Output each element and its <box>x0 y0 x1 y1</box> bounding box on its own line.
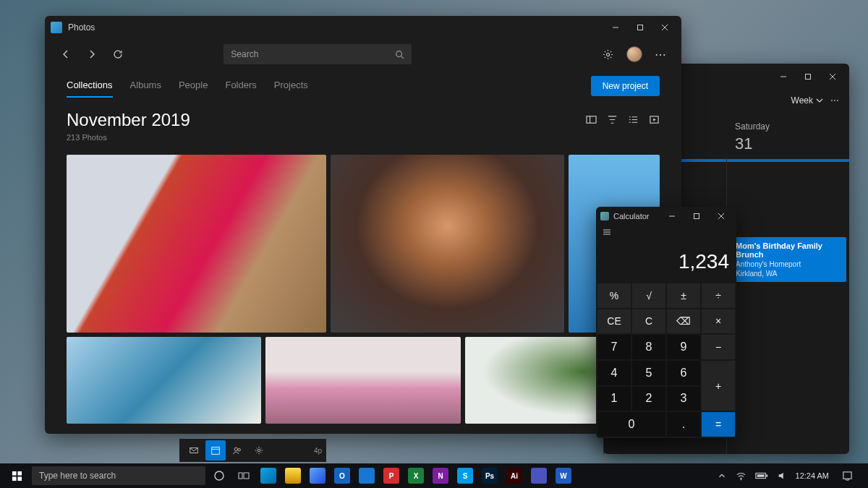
task-view-icon[interactable] <box>233 465 255 487</box>
taskbar-app-teams[interactable] <box>528 465 550 487</box>
tray-chevron-icon[interactable] <box>717 471 727 481</box>
calendar-minimize-button[interactable] <box>773 67 794 87</box>
calc-key-6[interactable]: 6 <box>667 361 700 385</box>
cortana-icon[interactable] <box>208 465 230 487</box>
refresh-button[interactable] <box>107 43 129 65</box>
svg-point-28 <box>215 471 224 480</box>
calc-key-5[interactable]: 5 <box>632 361 665 385</box>
volume-icon[interactable] <box>777 471 787 481</box>
photos-app-icon <box>51 22 62 33</box>
calculator-menu-button[interactable] <box>596 226 736 241</box>
calculator-maximize-button[interactable] <box>686 206 707 226</box>
taskbar-app-onenote[interactable]: N <box>430 465 451 487</box>
calc-key-9[interactable]: 9 <box>667 335 700 359</box>
photos-maximize-button[interactable] <box>629 17 651 38</box>
calc-key-percent[interactable]: % <box>597 283 631 308</box>
tab-albums[interactable]: Albums <box>130 80 161 93</box>
taskbar-app-illustrator[interactable]: Ai <box>503 465 525 487</box>
svg-rect-15 <box>212 448 220 455</box>
calc-key-plus[interactable]: + <box>702 361 735 411</box>
taskbar-app-calendar[interactable] <box>356 465 378 487</box>
calendar-day-date: 31 <box>735 134 841 153</box>
taskbar-app-explorer[interactable] <box>282 465 304 487</box>
taskbar-app-edge[interactable] <box>258 465 279 487</box>
search-icon <box>395 50 404 59</box>
photos-title: Photos <box>68 22 95 33</box>
calc-key-plusminus[interactable]: ± <box>667 283 700 308</box>
taskbar-clock[interactable]: 12:24 AM <box>796 471 829 480</box>
calendar-view-selector[interactable]: Week <box>791 95 823 106</box>
calendar-mini-toolbar: 4p <box>179 439 326 462</box>
calculator-close-button[interactable] <box>710 206 732 226</box>
calendar-maximize-button[interactable] <box>797 67 819 87</box>
taskbar-app-word[interactable]: W <box>553 465 574 487</box>
calc-key-0[interactable]: 0 <box>597 412 665 437</box>
taskbar-app-skype[interactable]: S <box>454 465 476 487</box>
filter-icon[interactable] <box>607 114 618 125</box>
search-box[interactable]: Search <box>224 44 412 64</box>
calendar-day-name: Saturday <box>735 121 841 132</box>
notifications-button[interactable] <box>838 466 856 485</box>
new-project-button[interactable]: New project <box>591 76 660 96</box>
calc-key-4[interactable]: 4 <box>597 361 631 385</box>
svg-point-19 <box>258 449 260 452</box>
list-icon[interactable] <box>628 114 639 125</box>
mail-icon[interactable] <box>184 440 204 461</box>
photo-thumbnail[interactable] <box>67 155 326 333</box>
svg-rect-11 <box>587 116 596 123</box>
calc-key-ce[interactable]: CE <box>597 309 631 334</box>
tab-people[interactable]: People <box>179 80 208 93</box>
calculator-minimize-button[interactable] <box>661 206 683 226</box>
calc-key-multiply[interactable]: × <box>702 309 735 334</box>
taskbar-search[interactable]: Type here to search <box>32 466 205 485</box>
forward-button[interactable] <box>81 43 103 65</box>
photo-thumbnail[interactable] <box>265 337 460 424</box>
photo-thumbnail[interactable] <box>331 155 564 333</box>
calendar-icon[interactable] <box>205 440 226 461</box>
calc-key-2[interactable]: 2 <box>632 387 665 411</box>
calc-key-1[interactable]: 1 <box>597 387 631 411</box>
calc-key-backspace[interactable]: ⌫ <box>667 309 700 334</box>
taskbar-app-outlook[interactable]: O <box>331 465 353 487</box>
calc-key-c[interactable]: C <box>632 309 665 334</box>
aspect-icon[interactable] <box>586 114 597 125</box>
calc-key-decimal[interactable]: . <box>667 412 700 437</box>
tab-folders[interactable]: Folders <box>225 80 256 93</box>
taskbar-app-excel[interactable]: X <box>405 465 427 487</box>
user-avatar[interactable] <box>626 46 642 62</box>
calc-key-7[interactable]: 7 <box>597 335 631 359</box>
calc-key-minus[interactable]: − <box>702 335 735 359</box>
back-button[interactable] <box>55 43 77 65</box>
photo-gallery <box>45 142 681 434</box>
calendar-column-saturday[interactable]: Mom's Birthday Family Brunch Anthony's H… <box>726 158 849 454</box>
people-icon[interactable] <box>227 440 247 461</box>
photo-thumbnail[interactable] <box>67 337 261 424</box>
wifi-icon[interactable] <box>736 471 746 481</box>
calendar-more-button[interactable]: ⋯ <box>830 95 839 106</box>
more-button[interactable]: ⋯ <box>650 43 671 65</box>
settings-icon[interactable] <box>249 440 269 461</box>
photos-tabs: Collections Albums People Folders Projec… <box>45 69 681 103</box>
calendar-event[interactable]: Mom's Birthday Family Brunch Anthony's H… <box>730 237 846 282</box>
photos-minimize-button[interactable] <box>605 17 626 38</box>
slideshow-icon[interactable] <box>649 114 660 125</box>
calc-key-divide[interactable]: ÷ <box>702 283 735 308</box>
calc-key-sqrt[interactable]: √ <box>632 283 665 308</box>
calc-key-3[interactable]: 3 <box>667 387 700 411</box>
svg-point-18 <box>238 448 241 451</box>
calendar-view-label: Week <box>791 95 813 106</box>
tab-projects[interactable]: Projects <box>274 80 308 93</box>
taskbar-app-store[interactable] <box>307 465 328 487</box>
svg-point-31 <box>740 479 741 480</box>
taskbar-app-photoshop[interactable]: Ps <box>479 465 501 487</box>
svg-rect-21 <box>694 214 699 219</box>
settings-button[interactable] <box>597 43 619 65</box>
calendar-close-button[interactable] <box>822 67 843 87</box>
photos-close-button[interactable] <box>654 17 676 38</box>
calc-key-8[interactable]: 8 <box>632 335 665 359</box>
calc-key-equals[interactable]: = <box>702 412 735 437</box>
taskbar-app-powerpoint[interactable]: P <box>380 465 402 487</box>
tab-collections[interactable]: Collections <box>67 80 113 93</box>
battery-icon[interactable] <box>755 471 768 480</box>
start-button[interactable] <box>4 463 29 488</box>
